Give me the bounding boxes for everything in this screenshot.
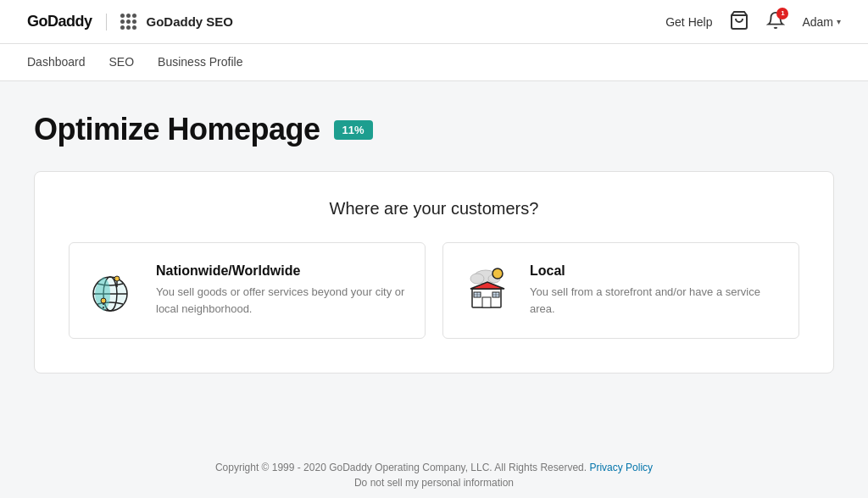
nav-bar: Dashboard SEO Business Profile bbox=[0, 44, 868, 81]
options-grid: Nationwide/Worldwide You sell goods or o… bbox=[69, 242, 799, 339]
cart-button[interactable] bbox=[729, 10, 749, 34]
grid-icon bbox=[120, 14, 136, 30]
app-name: GoDaddy SEO bbox=[147, 14, 234, 29]
local-text: Local You sell from a storefront and/or … bbox=[530, 263, 782, 317]
privacy-policy-link[interactable]: Privacy Policy bbox=[589, 462, 653, 473]
nav-item-seo[interactable]: SEO bbox=[109, 44, 135, 80]
nationwide-description: You sell goods or offer services beyond … bbox=[156, 284, 408, 317]
header-right: Get Help 1 Adam ▾ bbox=[665, 10, 841, 34]
footer-copyright: Copyright © 1999 - 2020 GoDaddy Operatin… bbox=[20, 462, 848, 473]
godaddy-logo: GoDaddy bbox=[27, 13, 92, 30]
svg-point-6 bbox=[101, 298, 106, 303]
main-card: Where are your customers? bbox=[34, 171, 834, 374]
chevron-down-icon: ▾ bbox=[837, 17, 841, 26]
user-name: Adam bbox=[802, 15, 833, 29]
cart-icon bbox=[729, 10, 749, 30]
logo-divider bbox=[106, 14, 107, 30]
nationwide-text: Nationwide/Worldwide You sell goods or o… bbox=[156, 263, 408, 317]
get-help-link[interactable]: Get Help bbox=[665, 15, 712, 29]
footer-do-not-sell: Do not sell my personal information bbox=[20, 477, 848, 489]
nationwide-title: Nationwide/Worldwide bbox=[156, 263, 408, 279]
header: GoDaddy GoDaddy SEO Get Help 1 Adam bbox=[0, 0, 868, 44]
svg-rect-13 bbox=[482, 297, 491, 307]
notification-badge: 1 bbox=[776, 8, 788, 19]
option-local[interactable]: Local You sell from a storefront and/or … bbox=[442, 242, 799, 339]
page-header: Optimize Homepage 11% bbox=[34, 112, 834, 147]
nationwide-icon bbox=[86, 263, 141, 318]
main-content: Optimize Homepage 11% Where are your cus… bbox=[0, 81, 868, 374]
notifications-button[interactable]: 1 bbox=[766, 11, 785, 33]
option-nationwide[interactable]: Nationwide/Worldwide You sell goods or o… bbox=[69, 242, 426, 339]
page-title: Optimize Homepage bbox=[34, 112, 320, 147]
header-left: GoDaddy GoDaddy SEO bbox=[27, 13, 233, 30]
local-icon bbox=[460, 263, 515, 318]
card-title: Where are your customers? bbox=[69, 199, 799, 219]
nav-item-business-profile[interactable]: Business Profile bbox=[158, 44, 242, 80]
svg-point-4 bbox=[114, 276, 120, 281]
footer: Copyright © 1999 - 2020 GoDaddy Operatin… bbox=[0, 441, 868, 498]
nav-item-dashboard[interactable]: Dashboard bbox=[27, 44, 86, 80]
svg-point-11 bbox=[492, 268, 503, 279]
user-menu[interactable]: Adam ▾ bbox=[802, 15, 841, 29]
progress-badge: 11% bbox=[334, 120, 373, 140]
local-title: Local bbox=[530, 263, 782, 279]
local-description: You sell from a storefront and/or have a… bbox=[530, 284, 782, 317]
svg-point-9 bbox=[470, 274, 484, 284]
copyright-text: Copyright © 1999 - 2020 GoDaddy Operatin… bbox=[215, 462, 587, 473]
